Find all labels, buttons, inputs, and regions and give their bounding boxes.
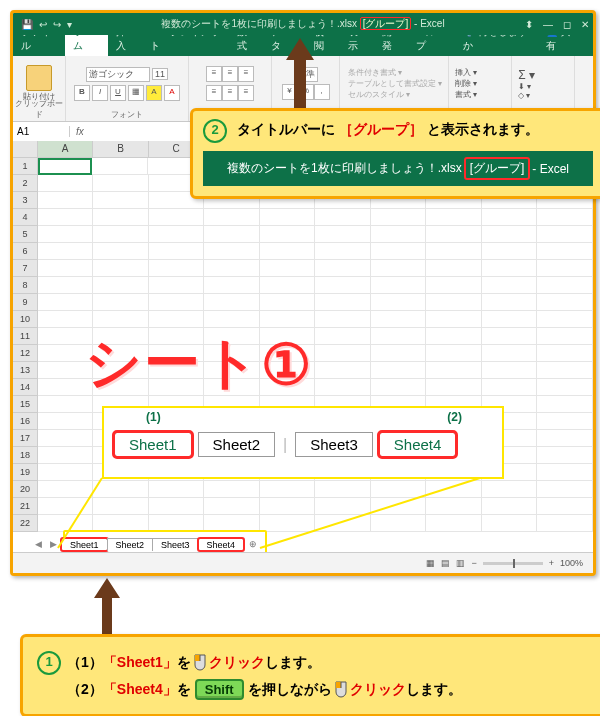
row-header-11[interactable]: 11 [13,328,38,345]
cell-J22[interactable] [537,515,593,532]
cell-G14[interactable] [371,379,427,396]
row-header-10[interactable]: 10 [13,311,38,328]
align-center-button[interactable]: ≡ [222,85,238,101]
cell-styles-button[interactable]: セルのスタイル ▾ [346,89,410,100]
zoom-in-button[interactable]: + [549,558,554,568]
cell-F4[interactable] [315,209,371,226]
cell-J11[interactable] [537,328,593,345]
cell-I6[interactable] [482,243,538,260]
cell-A5[interactable] [38,226,94,243]
tab-nav-right-icon[interactable]: ▶ [46,539,61,549]
cell-D8[interactable] [204,277,260,294]
cell-G4[interactable] [371,209,427,226]
cell-D6[interactable] [204,243,260,260]
cell-H7[interactable] [426,260,482,277]
sheet-tab-3[interactable]: Sheet3 [152,538,199,551]
autosum-button[interactable]: Σ ▾ [518,68,535,82]
cell-F22[interactable] [315,515,371,532]
cell-C8[interactable] [149,277,205,294]
cell-I9[interactable] [482,294,538,311]
cell-J16[interactable] [537,413,593,430]
font-size-select[interactable]: 11 [152,68,168,80]
cell-A9[interactable] [38,294,94,311]
cell-H21[interactable] [426,498,482,515]
cell-A7[interactable] [38,260,94,277]
zoom-slider[interactable] [483,562,543,565]
delete-cells-button[interactable]: 削除 ▾ [455,78,477,89]
row-header-17[interactable]: 17 [13,430,38,447]
paste-icon[interactable] [26,65,52,91]
cell-A17[interactable] [38,430,94,447]
sheet-tab-4[interactable]: Sheet4 [198,538,245,551]
cell-G7[interactable] [371,260,427,277]
cell-B5[interactable] [93,226,149,243]
row-header-4[interactable]: 4 [13,209,38,226]
row-header-14[interactable]: 14 [13,379,38,396]
cell-F13[interactable] [315,362,371,379]
cell-A6[interactable] [38,243,94,260]
cell-F8[interactable] [315,277,371,294]
cell-A16[interactable] [38,413,94,430]
cell-C6[interactable] [149,243,205,260]
cell-F20[interactable] [315,481,371,498]
cell-J21[interactable] [537,498,593,515]
cell-G11[interactable] [371,328,427,345]
cell-H14[interactable] [426,379,482,396]
select-all-corner[interactable] [13,141,38,157]
cell-A19[interactable] [38,464,94,481]
row-header-3[interactable]: 3 [13,192,38,209]
sheet-tab-2[interactable]: Sheet2 [107,538,154,551]
cell-A8[interactable] [38,277,94,294]
cell-J15[interactable] [537,396,593,413]
cell-H6[interactable] [426,243,482,260]
view-layout-icon[interactable]: ▤ [441,558,450,568]
font-name-select[interactable]: 游ゴシック [86,67,150,82]
row-header-6[interactable]: 6 [13,243,38,260]
cell-H11[interactable] [426,328,482,345]
cell-B21[interactable] [93,498,149,515]
cell-I10[interactable] [482,311,538,328]
row-header-21[interactable]: 21 [13,498,38,515]
cell-I11[interactable] [482,328,538,345]
cell-D5[interactable] [204,226,260,243]
cell-G20[interactable] [371,481,427,498]
tab-nav-left-icon[interactable]: ◀ [31,539,46,549]
cell-I20[interactable] [482,481,538,498]
align-top-button[interactable]: ≡ [206,66,222,82]
cell-H10[interactable] [426,311,482,328]
format-cells-button[interactable]: 書式 ▾ [455,89,477,100]
cell-A20[interactable] [38,481,94,498]
cell-E21[interactable] [260,498,316,515]
cell-I4[interactable] [482,209,538,226]
zoom-level[interactable]: 100% [560,558,583,568]
row-header-5[interactable]: 5 [13,226,38,243]
cell-H20[interactable] [426,481,482,498]
underline-button[interactable]: U [110,85,126,101]
cell-J20[interactable] [537,481,593,498]
cell-J10[interactable] [537,311,593,328]
cell-E9[interactable] [260,294,316,311]
cell-A4[interactable] [38,209,94,226]
cell-B3[interactable] [93,192,149,209]
cell-J7[interactable] [537,260,593,277]
col-header-B[interactable]: B [93,141,149,157]
cell-G5[interactable] [371,226,427,243]
cell-I14[interactable] [482,379,538,396]
cell-A3[interactable] [38,192,94,209]
cell-E22[interactable] [260,515,316,532]
row-header-8[interactable]: 8 [13,277,38,294]
align-mid-button[interactable]: ≡ [222,66,238,82]
row-header-15[interactable]: 15 [13,396,38,413]
cell-B8[interactable] [93,277,149,294]
row-header-1[interactable]: 1 [13,158,38,175]
zoom-out-button[interactable]: − [471,558,476,568]
cell-D9[interactable] [204,294,260,311]
cell-H8[interactable] [426,277,482,294]
name-box[interactable]: A1 [13,126,70,137]
row-header-16[interactable]: 16 [13,413,38,430]
cell-B6[interactable] [93,243,149,260]
sheet-tab-1[interactable]: Sheet1 [61,538,108,551]
cell-J18[interactable] [537,447,593,464]
cell-H12[interactable] [426,345,482,362]
cell-G6[interactable] [371,243,427,260]
